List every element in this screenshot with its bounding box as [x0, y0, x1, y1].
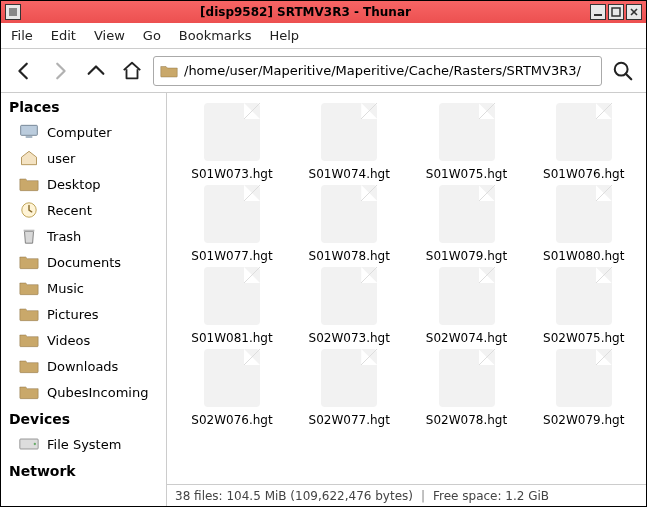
statusbar: 38 files: 104.5 MiB (109,622,476 bytes) … — [167, 484, 646, 506]
file-name: S01W080.hgt — [543, 249, 624, 263]
file-item[interactable]: S01W073.hgt — [177, 103, 287, 181]
folder-icon — [160, 64, 178, 78]
clock-icon — [19, 201, 39, 219]
file-item[interactable]: S02W073.hgt — [294, 267, 404, 345]
menubar: File Edit View Go Bookmarks Help — [1, 23, 646, 49]
file-icon — [321, 349, 377, 407]
file-view[interactable]: S01W073.hgtS01W074.hgtS01W075.hgtS01W076… — [167, 93, 646, 484]
drive-icon — [19, 435, 39, 453]
file-icon — [556, 103, 612, 161]
maximize-button[interactable] — [608, 4, 624, 20]
file-icon — [204, 103, 260, 161]
sidebar-item-downloads[interactable]: Downloads — [1, 353, 166, 379]
sidebar-item-qubesincoming[interactable]: QubesIncoming — [1, 379, 166, 405]
sidebar-item-label: Computer — [47, 125, 112, 140]
sidebar-item-user[interactable]: user — [1, 145, 166, 171]
status-separator: | — [413, 489, 433, 503]
search-button[interactable] — [608, 56, 638, 86]
home-button[interactable] — [117, 56, 147, 86]
file-icon — [204, 267, 260, 325]
file-item[interactable]: S02W075.hgt — [529, 267, 639, 345]
sidebar-item-documents[interactable]: Documents — [1, 249, 166, 275]
file-item[interactable]: S01W078.hgt — [294, 185, 404, 263]
file-icon — [321, 267, 377, 325]
file-name: S02W076.hgt — [191, 413, 272, 427]
sidebar-item-music[interactable]: Music — [1, 275, 166, 301]
file-icon — [556, 185, 612, 243]
file-icon — [439, 267, 495, 325]
sidebar-section-network: Network — [1, 457, 166, 483]
sidebar-item-label: user — [47, 151, 75, 166]
close-button[interactable] — [626, 4, 642, 20]
file-item[interactable]: S01W079.hgt — [412, 185, 522, 263]
sidebar-item-videos[interactable]: Videos — [1, 327, 166, 353]
menu-edit[interactable]: Edit — [51, 28, 76, 43]
file-icon — [204, 349, 260, 407]
folder-icon — [19, 279, 39, 297]
sidebar: Places Computer user Desktop Recent Tras… — [1, 93, 167, 506]
file-icon — [321, 103, 377, 161]
file-item[interactable]: S01W074.hgt — [294, 103, 404, 181]
svg-rect-1 — [594, 14, 602, 16]
sidebar-item-label: Videos — [47, 333, 90, 348]
sidebar-item-label: Recent — [47, 203, 92, 218]
svg-rect-0 — [9, 8, 17, 16]
window-menu-button[interactable] — [5, 4, 21, 20]
file-item[interactable]: S01W075.hgt — [412, 103, 522, 181]
menu-help[interactable]: Help — [269, 28, 299, 43]
forward-button[interactable] — [45, 56, 75, 86]
window-title: [disp9582] SRTMV3R3 - Thunar — [21, 5, 590, 19]
file-name: S01W081.hgt — [191, 331, 272, 345]
file-icon — [556, 349, 612, 407]
sidebar-item-desktop[interactable]: Desktop — [1, 171, 166, 197]
file-name: S01W075.hgt — [426, 167, 507, 181]
sidebar-item-trash[interactable]: Trash — [1, 223, 166, 249]
sidebar-item-label: Trash — [47, 229, 81, 244]
sidebar-item-computer[interactable]: Computer — [1, 119, 166, 145]
toolbar: /home/user/Maperitive/Maperitive/Cache/R… — [1, 49, 646, 93]
back-button[interactable] — [9, 56, 39, 86]
folder-icon — [19, 175, 39, 193]
sidebar-item-label: QubesIncoming — [47, 385, 148, 400]
file-item[interactable]: S01W081.hgt — [177, 267, 287, 345]
sidebar-section-places: Places — [1, 93, 166, 119]
file-item[interactable]: S01W076.hgt — [529, 103, 639, 181]
sidebar-item-pictures[interactable]: Pictures — [1, 301, 166, 327]
file-name: S01W077.hgt — [191, 249, 272, 263]
sidebar-item-recent[interactable]: Recent — [1, 197, 166, 223]
folder-icon — [19, 253, 39, 271]
file-item[interactable]: S02W077.hgt — [294, 349, 404, 427]
file-item[interactable]: S01W080.hgt — [529, 185, 639, 263]
file-item[interactable]: S02W078.hgt — [412, 349, 522, 427]
location-bar[interactable]: /home/user/Maperitive/Maperitive/Cache/R… — [153, 56, 602, 86]
file-name: S01W079.hgt — [426, 249, 507, 263]
file-item[interactable]: S02W079.hgt — [529, 349, 639, 427]
folder-icon — [19, 331, 39, 349]
titlebar[interactable]: [disp9582] SRTMV3R3 - Thunar — [1, 1, 646, 23]
svg-rect-7 — [21, 125, 38, 135]
svg-rect-8 — [26, 136, 33, 138]
menu-go[interactable]: Go — [143, 28, 161, 43]
up-button[interactable] — [81, 56, 111, 86]
file-icon — [556, 267, 612, 325]
file-item[interactable]: S02W076.hgt — [177, 349, 287, 427]
file-item[interactable]: S02W074.hgt — [412, 267, 522, 345]
file-item[interactable]: S01W077.hgt — [177, 185, 287, 263]
menu-file[interactable]: File — [11, 28, 33, 43]
file-name: S02W074.hgt — [426, 331, 507, 345]
menu-view[interactable]: View — [94, 28, 125, 43]
sidebar-section-devices: Devices — [1, 405, 166, 431]
menu-bookmarks[interactable]: Bookmarks — [179, 28, 252, 43]
file-name: S01W076.hgt — [543, 167, 624, 181]
file-name: S02W078.hgt — [426, 413, 507, 427]
sidebar-item-filesystem[interactable]: File System — [1, 431, 166, 457]
sidebar-item-label: Music — [47, 281, 84, 296]
status-free-space: Free space: 1.2 GiB — [433, 489, 549, 503]
svg-rect-10 — [24, 230, 35, 232]
sidebar-item-label: File System — [47, 437, 121, 452]
file-name: S02W073.hgt — [309, 331, 390, 345]
file-name: S02W079.hgt — [543, 413, 624, 427]
sidebar-item-label: Documents — [47, 255, 121, 270]
file-name: S01W074.hgt — [309, 167, 390, 181]
minimize-button[interactable] — [590, 4, 606, 20]
